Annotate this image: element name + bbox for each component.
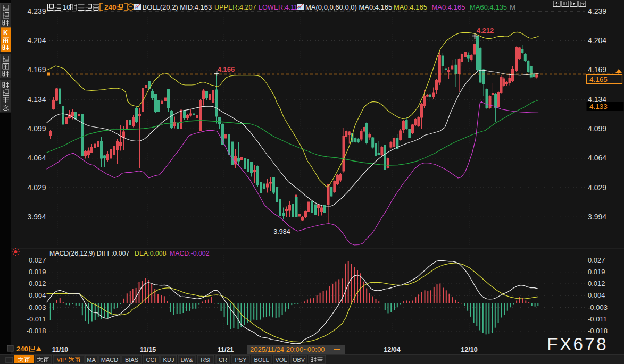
svg-text:KDJ: KDJ <box>163 357 174 363</box>
svg-text:-0.011: -0.011 <box>27 315 46 323</box>
svg-text:MACD(26,12,9) DIFF:0.007: MACD(26,12,9) DIFF:0.007 <box>49 250 130 257</box>
svg-text:4.134: 4.134 <box>27 95 46 104</box>
svg-text:4.064: 4.064 <box>27 154 46 162</box>
svg-text:UPPER:4.207: UPPER:4.207 <box>214 4 256 11</box>
svg-text:240: 240 <box>104 3 117 11</box>
svg-text:K: K <box>3 29 8 37</box>
svg-text:MA0:4.165: MA0:4.165 <box>432 3 465 11</box>
svg-text:4.212: 4.212 <box>477 27 494 35</box>
svg-text:MA0:4.165: MA0:4.165 <box>394 3 427 11</box>
svg-text:0.019: 0.019 <box>588 268 605 276</box>
svg-text:FX678: FX678 <box>547 334 608 354</box>
svg-text:VIP: VIP <box>57 357 66 363</box>
svg-text:BOLL(20,2) MID:4.163: BOLL(20,2) MID:4.163 <box>143 3 212 11</box>
svg-text:11/10: 11/10 <box>52 346 69 353</box>
svg-text:-0.003: -0.003 <box>27 303 46 311</box>
svg-text:4.204: 4.204 <box>27 36 46 45</box>
svg-text:MACD:-0.002: MACD:-0.002 <box>170 250 210 257</box>
svg-text:VOL: VOL <box>275 357 287 363</box>
svg-text:0.027: 0.027 <box>588 256 605 264</box>
svg-text:M: M <box>510 3 515 11</box>
svg-text:4.099: 4.099 <box>27 124 46 133</box>
svg-text:MA: MA <box>87 357 96 363</box>
svg-text:4.169: 4.169 <box>27 65 46 74</box>
svg-text:240: 240 <box>16 345 28 353</box>
svg-text:0.004: 0.004 <box>29 291 46 299</box>
svg-text:4.239: 4.239 <box>588 7 606 15</box>
svg-text:MA(0,0,0,60,0,0) MA0:4.165: MA(0,0,0,60,0,0) MA0:4.165 <box>305 3 392 11</box>
svg-text:12/04: 12/04 <box>384 346 400 353</box>
svg-text:4.133: 4.133 <box>589 103 608 111</box>
svg-text:4.029: 4.029 <box>27 183 46 192</box>
svg-text:RSI: RSI <box>201 357 210 363</box>
svg-text:4.166: 4.166 <box>218 65 235 73</box>
svg-text:3.984: 3.984 <box>273 228 290 235</box>
svg-text:CR: CR <box>219 357 227 363</box>
svg-text:OBV: OBV <box>293 357 305 363</box>
svg-text:11/21: 11/21 <box>218 346 234 353</box>
svg-text:DEA:0.008: DEA:0.008 <box>135 250 167 257</box>
svg-text:12/10: 12/10 <box>461 346 477 353</box>
svg-text:0.012: 0.012 <box>29 280 46 287</box>
svg-text:4.029: 4.029 <box>588 183 606 192</box>
svg-text:0.004: 0.004 <box>588 291 605 299</box>
svg-text:4.239: 4.239 <box>27 7 46 15</box>
svg-text:11/15: 11/15 <box>140 346 156 353</box>
svg-text:CCI: CCI <box>146 357 156 363</box>
svg-text:-0.018: -0.018 <box>27 327 46 335</box>
svg-text:-0.011: -0.011 <box>588 315 607 323</box>
svg-text:-0.018: -0.018 <box>588 327 608 335</box>
svg-text:10: 10 <box>63 3 70 11</box>
svg-text:BIAS: BIAS <box>125 357 138 363</box>
svg-text:BOLL: BOLL <box>254 357 269 363</box>
svg-text:MA60:4.135: MA60:4.135 <box>470 3 507 11</box>
svg-text:4.169: 4.169 <box>588 65 606 74</box>
svg-text:4.165: 4.165 <box>589 75 608 83</box>
svg-text:MACD: MACD <box>101 357 118 363</box>
svg-text:LW&: LW& <box>180 357 193 363</box>
svg-text:4.099: 4.099 <box>588 124 606 133</box>
svg-text:LOWER:4.119: LOWER:4.119 <box>259 4 301 11</box>
svg-text:4.064: 4.064 <box>588 154 606 162</box>
svg-text:3.994: 3.994 <box>588 213 606 221</box>
svg-text:3.994: 3.994 <box>27 213 46 221</box>
svg-text:PSY: PSY <box>235 357 247 363</box>
svg-text:4.204: 4.204 <box>588 36 606 45</box>
svg-text:2025/11/24 20:00~00:00: 2025/11/24 20:00~00:00 <box>250 345 325 353</box>
svg-text:0.027: 0.027 <box>29 256 46 264</box>
svg-text:0.012: 0.012 <box>588 280 605 287</box>
svg-text:-0.003: -0.003 <box>588 303 608 311</box>
svg-text:0.019: 0.019 <box>29 268 46 276</box>
